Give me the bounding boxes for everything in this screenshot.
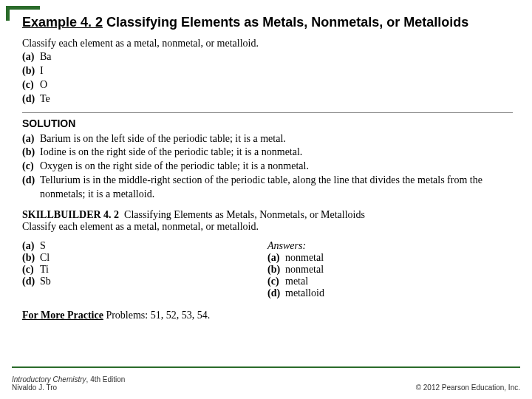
problem-items: (a)Ba (b)I (c)O (d)Te bbox=[22, 50, 513, 106]
solution-items: (a)Barium is on the left side of the per… bbox=[22, 132, 513, 202]
divider bbox=[22, 112, 513, 113]
list-item: (a)Ba bbox=[22, 50, 513, 64]
footer-copyright: © 2012 Pearson Education, Inc. bbox=[416, 383, 520, 392]
skillbuilder-subtitle: Classifying Elements as Metals, Nonmetal… bbox=[124, 209, 365, 220]
skillbuilder-prompt: Classify each element as a metal, nonmet… bbox=[22, 221, 259, 232]
list-item: (a)nonmetal bbox=[267, 252, 513, 264]
list-item: (a)S bbox=[22, 240, 267, 252]
list-item: (c)metal bbox=[267, 276, 513, 287]
footer-divider bbox=[12, 366, 520, 368]
list-item: (c)Ti bbox=[22, 264, 267, 276]
book-author: Nivaldo J. Tro bbox=[12, 383, 57, 392]
list-item: (d)Tellurium is in the middle-right sect… bbox=[40, 174, 513, 202]
more-practice: For More Practice Problems: 51, 52, 53, … bbox=[22, 310, 513, 321]
list-item: (c)O bbox=[22, 78, 513, 92]
book-title: Introductory Chemistry bbox=[12, 375, 86, 383]
book-edition: , 4th Edition bbox=[86, 375, 126, 383]
example-title: Example 4. 2 Classifying Elements as Met… bbox=[22, 15, 513, 30]
more-practice-label: For More Practice bbox=[22, 310, 103, 321]
list-item: (c)Oxygen is on the right side of the pe… bbox=[40, 160, 513, 174]
example-title-text: Classifying Elements as Metals, Nonmetal… bbox=[103, 15, 468, 30]
problem-prompt: Classify each element as a metal, nonmet… bbox=[22, 38, 513, 50]
skillbuilder-columns: (a)S (b)Cl (c)Ti (d)Sb Answers: (a)nonme… bbox=[22, 240, 513, 299]
skillbuilder-items: (a)S (b)Cl (c)Ti (d)Sb bbox=[22, 240, 267, 299]
list-item: (b)Cl bbox=[22, 252, 267, 264]
list-item: (b)Iodine is on the right side of the pe… bbox=[40, 146, 513, 160]
skillbuilder-title: SKILLBUILDER 4. 2 bbox=[22, 209, 119, 220]
list-item: (b)I bbox=[22, 64, 513, 78]
list-item: (d)Te bbox=[22, 92, 513, 106]
answers-heading: Answers: bbox=[267, 240, 513, 252]
skillbuilder-block: SKILLBUILDER 4. 2 Classifying Elements a… bbox=[22, 209, 513, 233]
more-practice-text: Problems: 51, 52, 53, 54. bbox=[103, 310, 210, 321]
solution-heading: SOLUTION bbox=[22, 117, 513, 129]
list-item: (d)Sb bbox=[22, 276, 267, 287]
list-item: (a)Barium is on the left side of the per… bbox=[40, 132, 513, 146]
footer-left: Introductory Chemistry, 4th Edition Niva… bbox=[12, 375, 125, 392]
corner-decoration bbox=[6, 6, 40, 21]
list-item: (b)nonmetal bbox=[267, 264, 513, 276]
list-item: (d)metalloid bbox=[267, 287, 513, 299]
skillbuilder-answers: Answers: (a)nonmetal (b)nonmetal (c)meta… bbox=[267, 240, 513, 299]
slide-content: Example 4. 2 Classifying Elements as Met… bbox=[0, 0, 532, 321]
footer: Introductory Chemistry, 4th Edition Niva… bbox=[12, 375, 520, 392]
